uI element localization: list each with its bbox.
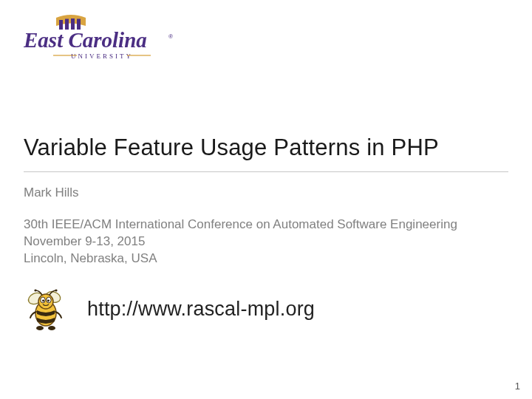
svg-point-15: [42, 299, 44, 301]
presentation-title: Variable Feature Usage Patterns in PHP: [24, 134, 508, 161]
svg-text:®: ®: [168, 33, 173, 40]
svg-text:UNIVERSITY: UNIVERSITY: [71, 52, 133, 60]
svg-point-18: [55, 289, 57, 291]
svg-point-19: [36, 326, 44, 330]
page-number: 1: [515, 381, 520, 392]
university-logo: East Carolina ® UNIVERSITY: [24, 13, 179, 64]
slide: East Carolina ® UNIVERSITY Variable Feat…: [0, 0, 532, 399]
conference-name: 30th IEEE/ACM International Conference o…: [24, 216, 508, 233]
author-name: Mark Hills: [24, 185, 508, 200]
title-divider: [24, 171, 508, 172]
svg-point-16: [47, 299, 50, 301]
svg-point-20: [48, 326, 55, 330]
project-url: http://www.rascal-mpl.org: [87, 298, 315, 321]
conference-dates: November 9-13, 2015: [24, 233, 508, 250]
east-carolina-logo-icon: East Carolina ® UNIVERSITY: [24, 13, 179, 64]
conference-location: Lincoln, Nebraska, USA: [24, 250, 508, 267]
footer-row: http://www.rascal-mpl.org: [24, 287, 508, 332]
svg-text:East Carolina: East Carolina: [24, 28, 147, 52]
rascal-bee-icon: [24, 287, 69, 332]
svg-point-17: [34, 289, 36, 291]
